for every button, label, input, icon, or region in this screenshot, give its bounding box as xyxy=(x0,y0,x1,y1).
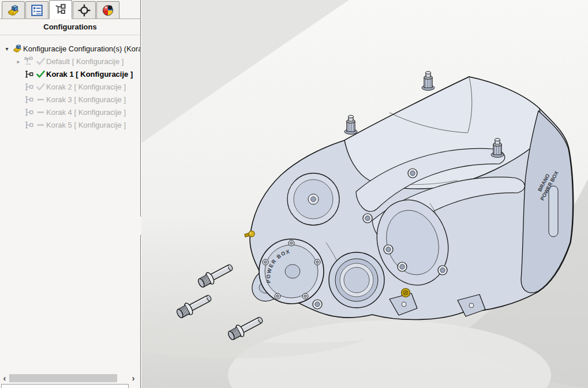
tree-item-label: Default [ Konfiguracije ] xyxy=(46,57,123,66)
socket-screw-icon xyxy=(408,169,417,178)
socket-screw-icon xyxy=(384,245,393,254)
configurations-header: Configurations xyxy=(0,19,140,35)
tree-root-label: Konfiguracije Configuration(s) (Kora xyxy=(23,44,140,53)
tree-item-korak-2[interactable]: Korak 2 [ Konfiguracije ] xyxy=(0,80,140,93)
configuration-flag-icon xyxy=(23,70,35,79)
status-dash-icon xyxy=(35,109,46,116)
configuration-flag-icon xyxy=(23,108,35,117)
tree-item-label: Korak 1 [ Konfiguracije ] xyxy=(46,70,133,79)
tree-item-korak-4[interactable]: Korak 4 [ Konfiguracije ] xyxy=(0,106,140,118)
status-check-icon xyxy=(35,70,46,78)
status-check-icon xyxy=(35,58,46,65)
configuration-flag-icon xyxy=(23,121,35,129)
expand-arrow-icon[interactable]: ▸ xyxy=(14,58,23,65)
tree-item-korak-5[interactable]: Korak 5 [ Konfiguracije ] xyxy=(0,118,140,131)
derived-config-icon xyxy=(23,57,35,66)
assembly-configurations-icon xyxy=(12,43,23,54)
panel-horizontal-scrollbar[interactable]: ‹ › xyxy=(0,374,140,383)
scroll-left-arrow-icon[interactable]: ‹ xyxy=(1,374,9,383)
socket-screw-icon xyxy=(363,214,372,223)
tree-item-label: Korak 2 [ Konfiguracije ] xyxy=(46,83,126,91)
tree-item-label: Korak 4 [ Konfiguracije ] xyxy=(46,108,126,117)
tab-displaymanager[interactable] xyxy=(96,1,119,18)
status-dash-icon xyxy=(35,121,46,129)
socket-screw-icon xyxy=(398,262,407,271)
configuration-flag-icon xyxy=(23,83,35,91)
scroll-right-arrow-icon[interactable]: › xyxy=(129,374,137,383)
configuration-manager-icon xyxy=(54,3,68,17)
tree-item-default[interactable]: ▸ Default [ Konfiguracije ] xyxy=(0,55,140,68)
tab-dimxpertmanager[interactable] xyxy=(73,1,96,18)
status-dash-icon xyxy=(35,96,46,103)
configuration-manager-panel: Configurations ▾ Konfiguracije Configura… xyxy=(0,0,141,388)
tree-item-korak-1[interactable]: Korak 1 [ Konfiguracije ] xyxy=(0,68,140,80)
feature-tree-icon xyxy=(6,3,20,17)
manager-tab-strip xyxy=(0,0,140,19)
expand-arrow-icon[interactable]: ▾ xyxy=(2,46,12,52)
tab-featuremanager[interactable] xyxy=(2,1,25,18)
panel-lower-pane-edge xyxy=(1,384,129,388)
socket-screw-icon xyxy=(313,300,322,309)
configuration-flag-icon xyxy=(23,95,35,104)
tree-item-korak-3[interactable]: Korak 3 [ Konfiguracije ] xyxy=(0,93,140,106)
tree-item-label: Korak 3 [ Konfiguracije ] xyxy=(46,95,126,104)
tree-item-label: Korak 5 [ Konfiguracije ] xyxy=(46,121,126,129)
socket-screw-icon xyxy=(438,266,447,275)
graphics-viewport[interactable]: BRANO POWER BOX xyxy=(141,0,588,388)
front-bore xyxy=(329,252,384,308)
status-check-icon xyxy=(35,83,46,91)
configurations-tree: ▾ Konfiguracije Configuration(s) (Kora ▸ xyxy=(0,36,140,131)
front-cap[interactable]: POWER BOX xyxy=(259,239,324,304)
tab-configurationmanager[interactable] xyxy=(49,0,72,19)
tab-propertymanager[interactable] xyxy=(25,1,48,18)
tree-root-konfiguracije[interactable]: ▾ Konfiguracije Configuration(s) (Kora xyxy=(0,42,140,55)
gold-plug xyxy=(402,289,410,297)
solidworks-window: Configurations ▾ Konfiguracije Configura… xyxy=(0,0,588,388)
property-manager-icon xyxy=(30,3,44,17)
dimxpert-icon xyxy=(77,3,91,17)
scrollbar-thumb[interactable] xyxy=(9,374,117,382)
display-manager-icon xyxy=(101,3,115,17)
